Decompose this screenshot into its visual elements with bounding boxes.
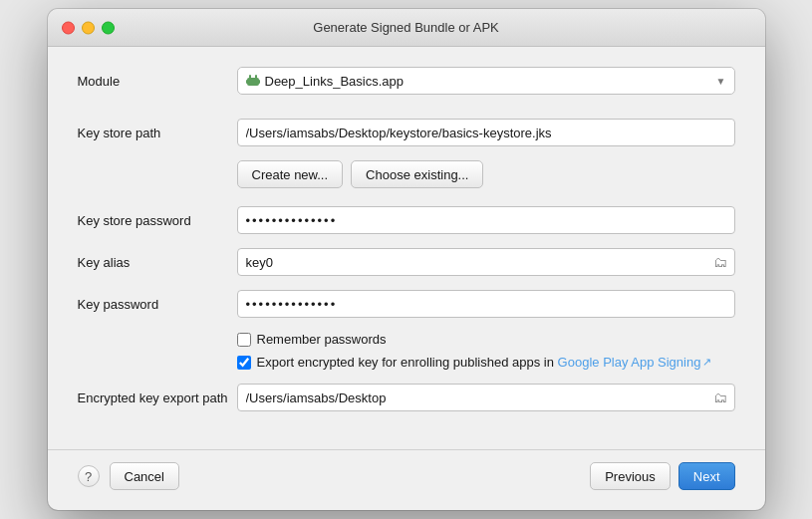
keystore-buttons: Create new... Choose existing... — [237, 160, 735, 188]
key-password-input[interactable] — [237, 290, 735, 318]
key-alias-row: Key alias 🗂 — [78, 248, 735, 276]
traffic-lights — [62, 21, 115, 34]
external-link-icon: ↗ — [702, 356, 711, 369]
module-label: Module — [78, 74, 237, 89]
module-value: Deep_Links_Basics.app — [265, 74, 716, 89]
cancel-button[interactable]: Cancel — [110, 462, 179, 490]
help-button[interactable]: ? — [78, 465, 100, 487]
module-select[interactable]: Deep_Links_Basics.app ▼ — [237, 67, 735, 95]
window-title: Generate Signed Bundle or APK — [313, 20, 498, 35]
choose-existing-button[interactable]: Choose existing... — [351, 160, 483, 188]
export-encrypted-checkbox[interactable] — [237, 356, 251, 370]
maximize-button[interactable] — [102, 21, 115, 34]
footer-left: ? Cancel — [78, 462, 179, 490]
encrypted-key-path-row: Encrypted key export path 🗂 — [78, 384, 735, 411]
svg-rect-2 — [258, 80, 260, 84]
keystore-label: Key store path — [78, 126, 237, 140]
keystore-password-row: Key store password — [78, 206, 735, 234]
keystore-path-input[interactable] — [237, 119, 735, 146]
export-encrypted-row: Export encrypted key for enrolling publi… — [237, 355, 735, 370]
key-password-label: Key password — [78, 297, 237, 312]
key-alias-label: Key alias — [78, 255, 237, 270]
main-window: Generate Signed Bundle or APK Module — [48, 9, 765, 510]
remember-passwords-label: Remember passwords — [257, 332, 387, 347]
close-button[interactable] — [62, 21, 75, 34]
key-alias-input-wrapper: 🗂 — [237, 248, 735, 276]
export-encrypted-label: Export encrypted key for enrolling publi… — [257, 355, 554, 370]
encrypted-key-path-field: 🗂 — [237, 384, 735, 411]
keystore-field — [237, 119, 735, 146]
google-play-signing-link[interactable]: Google Play App Signing — [558, 355, 701, 370]
chevron-down-icon: ▼ — [716, 76, 726, 87]
footer-right: Previous Next — [590, 462, 734, 490]
footer: ? Cancel Previous Next — [48, 449, 765, 510]
svg-rect-0 — [247, 78, 259, 86]
create-new-button[interactable]: Create new... — [237, 160, 344, 188]
key-alias-field: 🗂 — [237, 248, 735, 276]
keystore-row: Key store path — [78, 119, 735, 146]
svg-rect-3 — [249, 75, 251, 79]
keystore-section: Key store path Create new... Choose exis… — [78, 119, 735, 188]
remember-passwords-row: Remember passwords — [237, 332, 735, 347]
android-icon — [246, 75, 260, 87]
key-password-field — [237, 290, 735, 318]
keystore-password-input[interactable] — [237, 206, 735, 234]
key-password-row: Key password — [78, 290, 735, 318]
keystore-password-field — [237, 206, 735, 234]
svg-rect-4 — [255, 75, 257, 79]
remember-passwords-checkbox[interactable] — [237, 333, 251, 347]
key-alias-input[interactable] — [237, 248, 735, 276]
encrypted-key-input-wrapper: 🗂 — [237, 384, 735, 411]
svg-rect-1 — [246, 80, 248, 84]
encrypted-key-path-input[interactable] — [237, 384, 735, 411]
module-field: Deep_Links_Basics.app ▼ — [237, 67, 735, 95]
minimize-button[interactable] — [82, 21, 95, 34]
next-button[interactable]: Next — [678, 462, 735, 490]
module-row: Module Deep_Links_Basics.app ▼ — [78, 67, 735, 95]
encrypted-key-path-label: Encrypted key export path — [78, 390, 237, 405]
titlebar: Generate Signed Bundle or APK — [48, 9, 765, 47]
keystore-password-label: Key store password — [78, 213, 237, 228]
form-content: Module Deep_Links_Basics.app ▼ — [48, 47, 765, 445]
previous-button[interactable]: Previous — [590, 462, 671, 490]
